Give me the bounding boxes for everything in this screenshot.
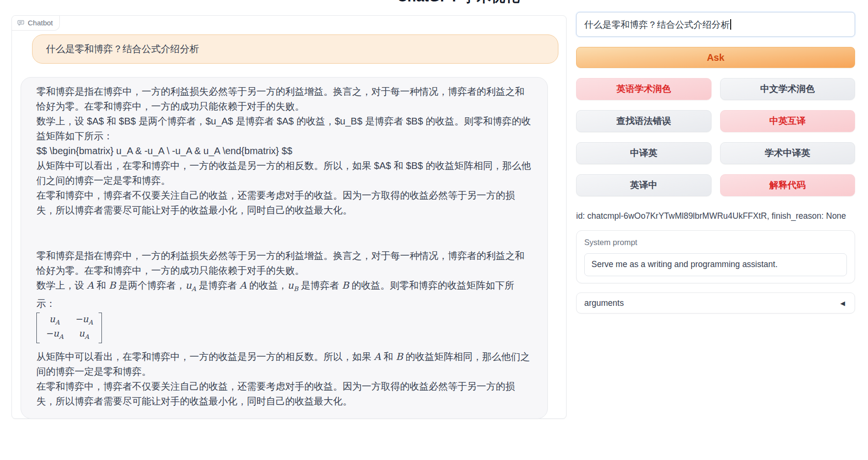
question-input-value: 什么是零和博弈？结合公式介绍分析 (584, 20, 730, 30)
message-paragraph: 从矩阵中可以看出，在零和博弈中，一方的收益是另一方的相反数。所以，如果 $A$ … (36, 158, 532, 188)
arguments-accordion-label: arguments (584, 298, 624, 308)
message-spacer (36, 218, 532, 248)
chatbot-label-text: Chatbot (28, 19, 53, 27)
collapse-arrow-icon: ◀ (840, 300, 845, 307)
status-text: id: chatcmpl-6wOo7KrYTwMl89lbrMWRu4UkFFX… (576, 211, 855, 221)
gpt-academic-app: ChatGPT 学术优化 Chatbot 什么是零和博弈？结合公式介绍分析 零和… (0, 0, 868, 460)
function-button[interactable]: 学术中译英 (720, 142, 856, 164)
system-prompt-input[interactable]: Serve me as a writing and programming as… (584, 253, 847, 276)
function-button[interactable]: 英译中 (576, 174, 712, 196)
message-paragraph: $$ \begin{bmatrix} u_A & -u_A \ -u_A & u… (36, 144, 532, 158)
ask-button[interactable]: Ask (576, 47, 855, 68)
function-button[interactable]: 中文学术润色 (720, 78, 856, 100)
arguments-accordion[interactable]: arguments ◀ (576, 292, 855, 314)
function-button[interactable]: 查找语法错误 (576, 110, 712, 132)
function-button-grid: 英语学术润色中文学术润色查找语法错误中英互译中译英学术中译英英译中解释代码 (576, 78, 855, 196)
bot-message: 零和博弈是指在博弈中，一方的利益损失必然等于另一方的利益增益。换言之，对于每一种… (21, 77, 548, 419)
message-paragraph: 零和博弈是指在博弈中，一方的利益损失必然等于另一方的利益增益。换言之，对于每一种… (36, 248, 532, 278)
question-input[interactable]: 什么是零和博弈？结合公式介绍分析 (576, 12, 855, 37)
message-paragraph: 数学上，设 $A$ 和 $B$ 是两个博弈者，$u_A$ 是博弈者 $A$ 的收… (36, 114, 532, 144)
system-prompt-card: System prompt Serve me as a writing and … (576, 230, 855, 283)
user-message: 什么是零和博弈？结合公式介绍分析 (32, 34, 558, 64)
message-list: 什么是零和博弈？结合公式介绍分析 零和博弈是指在博弈中，一方的利益损失必然等于另… (12, 16, 566, 426)
chatbot-panel: Chatbot 什么是零和博弈？结合公式介绍分析 零和博弈是指在博弈中，一方的利… (11, 15, 567, 419)
payoff-matrix: uA−uA−uAuA (36, 311, 532, 349)
function-button[interactable]: 解释代码 (720, 174, 856, 196)
chat-bubble-icon (17, 19, 24, 26)
system-prompt-label: System prompt (584, 238, 847, 247)
function-button[interactable]: 中英互译 (720, 110, 856, 132)
message-paragraph: 从矩阵中可以看出，在零和博弈中，一方的收益是另一方的相反数。所以，如果 A 和 … (36, 349, 532, 379)
message-paragraph: 在零和博弈中，博弈者不仅要关注自己的收益，还需要考虑对手的收益。因为一方取得的收… (36, 188, 532, 218)
function-button[interactable]: 英语学术润色 (576, 78, 712, 100)
chatbot-label: Chatbot (12, 16, 60, 31)
function-button[interactable]: 中译英 (576, 142, 712, 164)
message-paragraph: 零和博弈是指在博弈中，一方的利益损失必然等于另一方的利益增益。换言之，对于每一种… (36, 84, 532, 114)
control-column: 什么是零和博弈？结合公式介绍分析 Ask 英语学术润色中文学术润色查找语法错误中… (576, 12, 855, 314)
text-cursor (730, 19, 731, 30)
message-paragraph: 数学上，设 A 和 B 是两个博弈者，uA 是博弈者 A 的收益，uB 是博弈者… (36, 278, 532, 311)
message-paragraph: 在零和博弈中，博弈者不仅要关注自己的收益，还需要考虑对手的收益。因为一方取得的收… (36, 379, 532, 409)
page-title: ChatGPT 学术优化 (397, 0, 520, 7)
